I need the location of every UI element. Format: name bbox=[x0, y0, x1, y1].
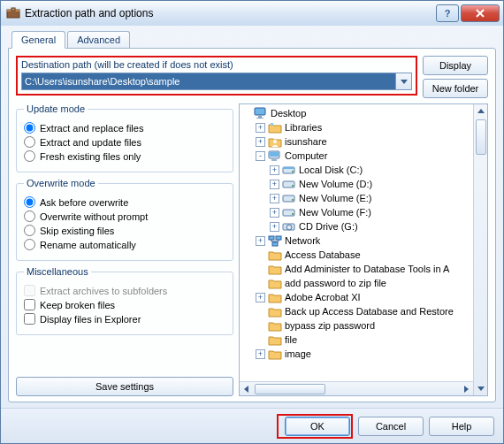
overwrite-opt-without[interactable]: Overwrite without prompt bbox=[24, 211, 225, 222]
folder-icon bbox=[268, 305, 282, 318]
drive-icon bbox=[282, 206, 296, 218]
tree-node[interactable]: +Adobe Acrobat XI bbox=[241, 290, 473, 304]
svg-point-15 bbox=[292, 185, 294, 187]
tree-node-label: Add Administer to Database Tools in A bbox=[285, 264, 449, 274]
tree-node[interactable]: Back up Access Database and Restore bbox=[241, 304, 473, 318]
tree-node[interactable]: Desktop bbox=[241, 106, 473, 120]
tree-node-label: file bbox=[285, 334, 297, 345]
tree-node[interactable]: +Network bbox=[241, 233, 473, 248]
expand-icon[interactable]: + bbox=[270, 222, 279, 232]
destination-dropdown-button[interactable] bbox=[396, 73, 412, 90]
misc-opt-keep-broken[interactable]: Keep broken files bbox=[24, 299, 225, 310]
tree-node-label: New Volume (F:) bbox=[299, 207, 371, 218]
expand-icon[interactable]: + bbox=[256, 293, 265, 302]
tree-node-label: CD Drive (G:) bbox=[299, 221, 358, 232]
overwrite-opt-rename[interactable]: Rename automatically bbox=[24, 239, 225, 250]
options-column: Update mode Extract and replace files Ex… bbox=[16, 103, 233, 396]
scroll-down-icon[interactable] bbox=[474, 381, 487, 395]
misc-opt-subfolders: Extract archives to subfolders bbox=[24, 285, 225, 296]
expand-icon[interactable]: + bbox=[256, 123, 265, 133]
expand-icon[interactable]: + bbox=[270, 165, 279, 175]
scroll-right-icon[interactable] bbox=[459, 382, 473, 395]
vscroll-thumb[interactable] bbox=[476, 119, 486, 155]
svg-point-19 bbox=[292, 213, 294, 215]
tab-general[interactable]: General bbox=[11, 31, 65, 49]
misc-opt-display-explorer[interactable]: Display files in Explorer bbox=[24, 313, 225, 325]
help-button[interactable]: Help bbox=[429, 417, 494, 436]
hscroll-thumb[interactable] bbox=[255, 384, 325, 394]
tree-node-label: image bbox=[285, 348, 311, 359]
update-opt-fresh[interactable]: Fresh existing files only bbox=[24, 150, 225, 162]
tree-node[interactable]: +New Volume (D:) bbox=[241, 177, 473, 191]
overwrite-opt-skip[interactable]: Skip existing files bbox=[24, 225, 225, 236]
svg-rect-12 bbox=[283, 167, 294, 169]
svg-rect-25 bbox=[272, 242, 278, 246]
titlebar-help-button[interactable]: ? bbox=[436, 4, 459, 22]
tree-node-label: Libraries bbox=[285, 122, 322, 133]
tree-node-label: Local Disk (C:) bbox=[299, 165, 363, 175]
destination-input[interactable] bbox=[21, 73, 396, 90]
update-opt-replace[interactable]: Extract and replace files bbox=[24, 122, 225, 134]
tree-node[interactable]: +Local Disk (C:) bbox=[241, 163, 473, 177]
svg-rect-4 bbox=[258, 116, 262, 118]
overwrite-mode-group: Overwrite mode Ask before overwrite Over… bbox=[16, 178, 233, 261]
tree-column: Desktop+Libraries+isunshare-Computer+Loc… bbox=[239, 103, 488, 396]
tree-node[interactable]: file bbox=[241, 333, 473, 347]
new-folder-button[interactable]: New folder bbox=[423, 79, 488, 98]
tree-node-label: New Volume (D:) bbox=[299, 179, 372, 189]
scroll-up-icon[interactable] bbox=[474, 104, 487, 119]
overwrite-opt-ask[interactable]: Ask before overwrite bbox=[24, 196, 225, 208]
folder-tree-panel: Desktop+Libraries+isunshare-Computer+Loc… bbox=[239, 103, 488, 396]
tree-node[interactable]: +New Volume (E:) bbox=[241, 191, 473, 205]
expand-icon[interactable]: + bbox=[256, 137, 265, 147]
tab-general-body: Destination path (will be created if doe… bbox=[8, 48, 496, 402]
svg-point-13 bbox=[292, 171, 294, 172]
display-button[interactable]: Display bbox=[423, 56, 488, 75]
tree-node-label: Desktop bbox=[271, 108, 306, 119]
expand-icon[interactable]: + bbox=[270, 180, 279, 189]
tree-node[interactable]: bypass zip password bbox=[241, 318, 473, 333]
ok-highlight: OK bbox=[277, 414, 353, 439]
svg-rect-6 bbox=[271, 123, 273, 126]
expand-icon[interactable]: + bbox=[270, 194, 279, 203]
titlebar-close-button[interactable] bbox=[461, 4, 500, 22]
expand-icon[interactable]: + bbox=[256, 236, 265, 246]
desktop-icon bbox=[254, 107, 268, 119]
tree-node[interactable]: +New Volume (F:) bbox=[241, 205, 473, 219]
tree-vertical-scrollbar[interactable] bbox=[473, 104, 487, 395]
tree-node[interactable]: -Computer bbox=[241, 149, 473, 163]
save-settings-button[interactable]: Save settings bbox=[16, 377, 233, 396]
tree-node[interactable]: +CD Drive (G:) bbox=[241, 219, 473, 233]
tree-node[interactable]: add password to zip file bbox=[241, 276, 473, 290]
svg-rect-23 bbox=[269, 236, 274, 240]
svg-point-17 bbox=[292, 199, 294, 201]
tree-node-label: add password to zip file bbox=[285, 278, 386, 288]
tree-node[interactable]: Add Administer to Database Tools in A bbox=[241, 262, 473, 276]
folder-icon bbox=[268, 333, 282, 346]
user-icon bbox=[268, 135, 282, 148]
folder-tree[interactable]: Desktop+Libraries+isunshare-Computer+Loc… bbox=[240, 104, 473, 395]
drive-icon bbox=[282, 192, 296, 204]
tree-node[interactable]: Access Database bbox=[241, 248, 473, 262]
cancel-button[interactable]: Cancel bbox=[358, 417, 424, 436]
svg-point-7 bbox=[273, 140, 277, 143]
folder-icon bbox=[268, 249, 282, 261]
scroll-left-icon[interactable] bbox=[240, 382, 254, 395]
update-mode-group: Update mode Extract and replace files Ex… bbox=[16, 103, 233, 172]
tab-advanced[interactable]: Advanced bbox=[67, 31, 130, 49]
expand-spacer bbox=[256, 321, 265, 331]
computer-icon bbox=[268, 149, 282, 162]
expand-spacer bbox=[256, 279, 265, 288]
tree-node[interactable]: +Libraries bbox=[241, 120, 473, 134]
collapse-icon[interactable]: - bbox=[256, 151, 265, 161]
svg-rect-24 bbox=[276, 236, 281, 240]
expand-icon[interactable]: + bbox=[270, 208, 279, 218]
expand-icon[interactable]: + bbox=[256, 349, 265, 359]
update-opt-update[interactable]: Extract and update files bbox=[24, 136, 225, 148]
tree-node[interactable]: +isunshare bbox=[241, 134, 473, 149]
tree-node[interactable]: +image bbox=[241, 347, 473, 361]
folder-icon bbox=[268, 319, 282, 332]
ok-button[interactable]: OK bbox=[285, 417, 350, 436]
destination-label: Destination path (will be created if doe… bbox=[21, 59, 412, 70]
tree-horizontal-scrollbar[interactable] bbox=[240, 381, 473, 395]
